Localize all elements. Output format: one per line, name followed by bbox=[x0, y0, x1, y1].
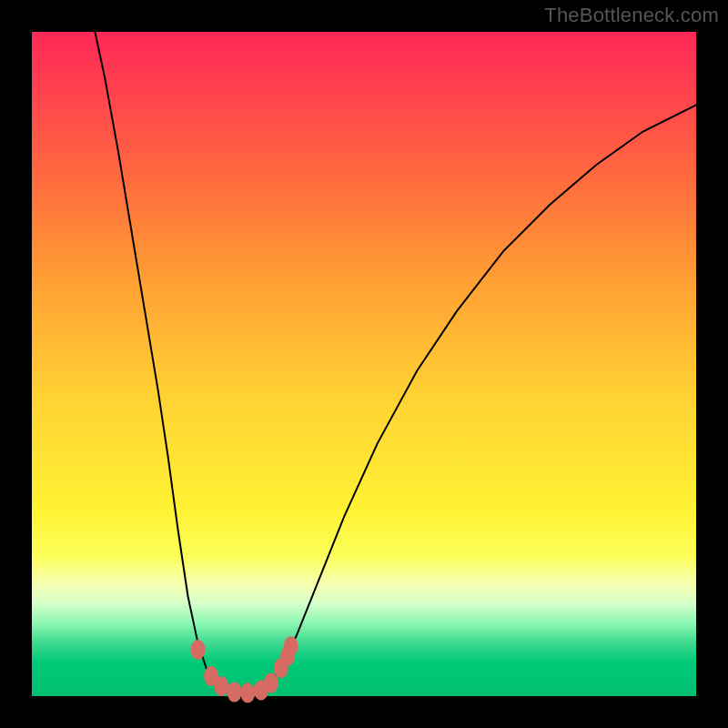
plot-area bbox=[32, 32, 696, 696]
curve-layer bbox=[32, 32, 696, 696]
chart-stage: TheBottleneck.com bbox=[0, 0, 728, 728]
curve-markers bbox=[191, 636, 298, 703]
bottleneck-curve bbox=[95, 32, 696, 694]
watermark-text: TheBottleneck.com bbox=[544, 4, 719, 27]
curve-marker bbox=[264, 672, 278, 693]
curve-marker bbox=[284, 636, 298, 656]
curve-marker bbox=[228, 682, 242, 703]
curve-marker bbox=[191, 640, 206, 660]
curve-marker bbox=[240, 682, 255, 703]
curve-marker bbox=[214, 676, 228, 696]
